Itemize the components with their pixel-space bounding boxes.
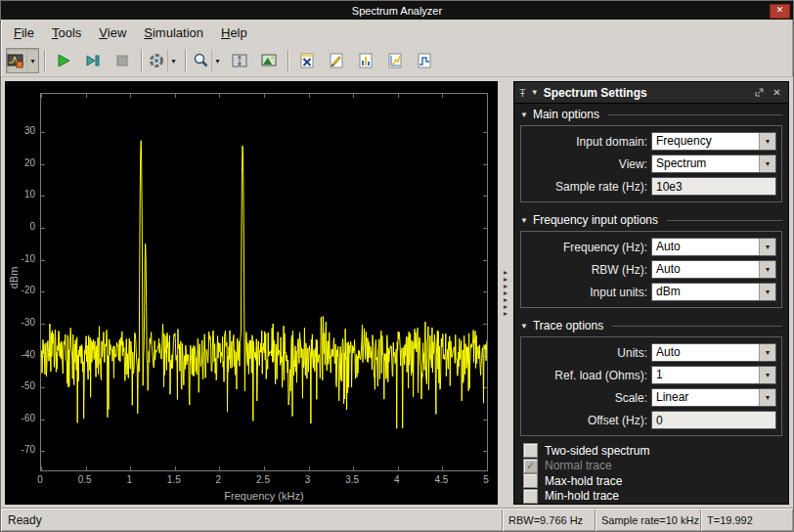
section-frequency-options[interactable]: ▼ Frequency input options	[514, 209, 788, 229]
sample-rate-input[interactable]	[651, 177, 776, 196]
scope-settings-icon	[7, 53, 24, 69]
menu-help[interactable]: Help	[212, 22, 256, 44]
close-panel-icon[interactable]: ✕	[771, 86, 783, 99]
checkbox-icon[interactable]: ✓	[523, 459, 538, 473]
chevron-down-icon[interactable]: ▾	[759, 239, 775, 255]
plot-area[interactable]	[40, 93, 488, 471]
menu-tools[interactable]: Tools	[43, 22, 90, 44]
max-hold-trace-checkbox[interactable]: ✓ Max-hold trace	[514, 473, 788, 489]
x-tick-label: 4	[380, 474, 414, 486]
frequency-combo[interactable]: Auto ▾	[651, 238, 776, 256]
section-main-options[interactable]: ▼ Main options	[514, 104, 788, 123]
checkbox-icon[interactable]: ✓	[523, 473, 538, 488]
x-tick-label: 0	[23, 474, 57, 486]
menu-bar: File Tools View Simulation Help	[1, 20, 793, 45]
spectrum-settings-toggle-button[interactable]: ▾	[6, 48, 39, 73]
y-tick-label: 30	[5, 125, 35, 137]
simulation-options-button[interactable]: ▾	[147, 48, 180, 73]
menu-simulation[interactable]: Simulation	[135, 22, 212, 44]
x-tick-label: 1	[112, 474, 146, 486]
trace-options-group: Units: Auto ▾ Ref. load (Ohms): 1 ▾ Scal…	[520, 336, 782, 436]
chevron-down-icon[interactable]: ▾	[759, 261, 775, 278]
chevron-down-icon[interactable]: ▾	[26, 50, 38, 71]
panel-splitter[interactable]: ▸ ▸ ▸ ▸ ▸ ▸ ▸	[498, 81, 513, 505]
spectral-mask-button[interactable]	[411, 48, 438, 73]
offset-row: Offset (Hz):	[526, 409, 776, 431]
section-trace-options[interactable]: ▼ Trace options	[514, 315, 788, 334]
splitter-arrow-icon[interactable]: ▸	[504, 310, 507, 317]
y-tick-label: 10	[5, 189, 35, 200]
menu-file[interactable]: File	[5, 22, 43, 44]
status-ready: Ready	[1, 510, 502, 531]
peak-finder-button[interactable]	[323, 48, 350, 73]
section-collapse-icon[interactable]: ▼	[520, 216, 528, 225]
chevron-down-icon[interactable]: ▾	[759, 133, 775, 150]
ccdf-measurements-button[interactable]	[381, 48, 409, 73]
panel-grip-icon[interactable]: Ŧ	[519, 87, 526, 99]
distortion-measurements-button[interactable]	[352, 48, 379, 73]
menu-view[interactable]: View	[90, 22, 135, 44]
input-domain-dropdown[interactable]: Frequency ▾	[651, 132, 776, 151]
units-label: Units:	[526, 346, 647, 360]
rbw-label: RBW (Hz):	[526, 263, 647, 277]
checkbox-icon[interactable]: ✓	[523, 443, 538, 458]
undock-panel-icon[interactable]	[753, 86, 766, 99]
toolbar-separator	[44, 50, 45, 71]
frequency-options-group: Frequency (Hz): Auto ▾ RBW (Hz): Auto ▾ …	[520, 231, 782, 308]
fit-to-view-button[interactable]	[226, 48, 253, 73]
view-dropdown[interactable]: Spectrum ▾	[651, 155, 776, 173]
window-close-button[interactable]: ✕	[770, 4, 790, 19]
offset-input[interactable]	[651, 411, 776, 429]
chevron-down-icon[interactable]: ▾	[211, 50, 223, 71]
run-button[interactable]	[50, 48, 77, 73]
view-row: View: Spectrum ▾	[526, 153, 776, 175]
ccdf-measurements-icon	[386, 52, 404, 69]
input-units-dropdown[interactable]: dBm ▾	[651, 283, 776, 301]
min-hold-trace-checkbox[interactable]: ✓ Min-hold trace	[514, 489, 788, 505]
scale-dropdown[interactable]: Linear ▾	[651, 388, 776, 407]
chevron-down-icon[interactable]: ▾	[759, 155, 775, 172]
checkbox-icon[interactable]: ✓	[523, 489, 538, 504]
view-label: View:	[526, 157, 647, 171]
ref-load-row: Ref. load (Ohms): 1 ▾	[526, 364, 776, 386]
x-tick-label: 3	[291, 474, 325, 486]
sample-rate-label: Sample rate (Hz):	[526, 180, 647, 194]
rbw-combo[interactable]: Auto ▾	[651, 260, 776, 279]
collapse-panel-icon[interactable]: ▼	[531, 88, 539, 97]
main-area: dBm Frequency (kHz) 3020100-10-20-30-40-…	[1, 77, 793, 509]
snapshot-button[interactable]	[255, 48, 283, 73]
settings-header: Ŧ ▼ Spectrum Settings ✕	[514, 82, 788, 104]
x-tick-label: 2.5	[246, 474, 280, 486]
two-sided-spectrum-checkbox[interactable]: ✓ Two-sided spectrum	[514, 443, 788, 459]
spectrum-settings-panel: Ŧ ▼ Spectrum Settings ✕ ▼ Main options I…	[513, 81, 789, 505]
sample-rate-row: Sample rate (Hz):	[526, 175, 776, 198]
x-axis-title: Frequency (kHz)	[40, 490, 488, 502]
stop-icon	[113, 52, 131, 69]
spectrum-canvas[interactable]	[41, 94, 487, 470]
zoom-button[interactable]: ▾	[191, 48, 224, 73]
stop-button[interactable]	[109, 48, 136, 73]
input-units-row: Input units: dBm ▾	[526, 281, 776, 303]
chevron-down-icon[interactable]: ▾	[759, 389, 775, 406]
status-bar: Ready RBW=9.766 Hz Sample rate=10 kHz T=…	[1, 509, 793, 531]
chevron-down-icon[interactable]: ▾	[759, 284, 775, 300]
chevron-down-icon[interactable]: ▾	[167, 50, 179, 71]
cursor-measurements-button[interactable]	[293, 48, 321, 73]
ref-load-combo[interactable]: 1 ▾	[651, 366, 776, 384]
y-tick-label: 20	[5, 157, 35, 169]
section-collapse-icon[interactable]: ▼	[520, 322, 528, 331]
chevron-down-icon[interactable]: ▾	[759, 367, 775, 383]
chevron-down-icon[interactable]: ▾	[759, 344, 775, 361]
units-combo[interactable]: Auto ▾	[651, 343, 776, 362]
toolbar-separator	[287, 50, 288, 71]
normal-trace-checkbox[interactable]: ✓ Normal trace	[514, 459, 788, 474]
step-forward-icon	[84, 52, 102, 69]
settings-title: Spectrum Settings	[544, 86, 748, 100]
main-options-group: Input domain: Frequency ▾ View: Spectrum…	[520, 125, 782, 202]
toolbar: ▾ ▾ ▾	[1, 45, 793, 77]
fit-to-view-icon	[231, 52, 248, 69]
input-domain-row: Input domain: Frequency ▾	[526, 130, 776, 153]
section-collapse-icon[interactable]: ▼	[520, 111, 528, 119]
step-forward-button[interactable]	[79, 48, 107, 73]
frequency-row: Frequency (Hz): Auto ▾	[526, 236, 776, 258]
